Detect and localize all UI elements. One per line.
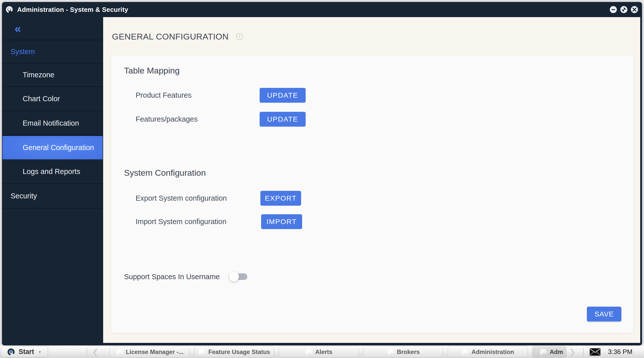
sidebar-item-chart-color[interactable]: Chart Color: [2, 87, 103, 111]
sidebar-item-logs-and-reports[interactable]: Logs and Reports: [2, 160, 103, 184]
sidebar-item-label: General Configuration: [23, 144, 94, 152]
start-label: Start: [19, 348, 34, 356]
update-features-packages-button[interactable]: UPDATE: [260, 112, 306, 127]
scroll-left-icon[interactable]: [92, 347, 99, 357]
sidebar-collapse-row: «: [2, 17, 103, 40]
maximize-icon: [620, 6, 627, 13]
app-logo-icon: [6, 6, 13, 13]
close-icon: [631, 6, 638, 13]
app-window: Administration - System & Security: [2, 2, 642, 345]
sidebar: « System Timezone Chart Color Email Noti…: [2, 17, 103, 345]
scroll-right-icon[interactable]: [569, 347, 576, 357]
app-logo-icon: [305, 348, 312, 355]
section-heading-table-mapping: Table Mapping: [124, 66, 180, 76]
setting-label: Features/packages: [136, 115, 198, 123]
start-logo-icon: [7, 348, 15, 356]
setting-row: Features/packages UPDATE: [111, 112, 633, 127]
toggle-knob: [229, 272, 239, 282]
taskbar-separator: [87, 348, 87, 356]
toggle-label: Support Spaces In Username: [124, 273, 220, 281]
taskbar-item-administration[interactable]: Administration: [448, 346, 528, 357]
taskbar-separator: [583, 348, 584, 356]
taskbar-item-alerts[interactable]: Alerts: [279, 346, 359, 357]
info-icon[interactable]: [236, 33, 243, 40]
section-heading-system-configuration: System Configuration: [124, 168, 206, 178]
sidebar-item-general-configuration-row: General Configuration: [2, 135, 103, 160]
sidebar-item-label: Chart Color: [23, 95, 60, 103]
sidebar-item-system[interactable]: System: [2, 40, 103, 63]
setting-row: Product Features UPDATE: [111, 88, 633, 103]
toggle-row: Support Spaces In Username: [111, 271, 633, 282]
save-button[interactable]: SAVE: [587, 307, 621, 321]
page-header: GENERAL CONFIGURATION: [112, 32, 243, 42]
update-product-features-button[interactable]: UPDATE: [260, 88, 306, 103]
page-title: GENERAL CONFIGURATION: [112, 32, 229, 42]
taskbar-clock: 3:36 PM: [608, 346, 632, 358]
window-title: Administration - System & Security: [17, 6, 128, 14]
task-button-strip: License Manager -... Feature Usage Statu…: [110, 346, 566, 357]
taskbar: Start License Manager -... Feature Usage…: [0, 346, 644, 358]
sidebar-item-security[interactable]: Security: [2, 184, 103, 208]
app-logo-icon: [116, 348, 123, 355]
close-button[interactable]: [631, 6, 638, 13]
sidebar-item-timezone[interactable]: Timezone: [2, 63, 103, 87]
setting-row: Export System configuration EXPORT: [111, 191, 633, 206]
mail-icon[interactable]: [590, 348, 600, 356]
setting-row: Import System configuration IMPORT: [111, 214, 633, 229]
start-button[interactable]: Start: [1, 346, 48, 357]
taskbar-item-label: Feature Usage Status: [208, 348, 270, 355]
taskbar-item-feature-usage-status[interactable]: Feature Usage Status: [194, 346, 274, 357]
taskbar-item-label: Adm: [550, 348, 563, 355]
window-titlebar: Administration - System & Security: [2, 2, 642, 17]
desktop: Administration - System & Security: [0, 0, 644, 358]
sidebar-item-label: System: [11, 48, 35, 56]
sidebar-item-general-configuration[interactable]: General Configuration: [3, 136, 103, 159]
app-logo-icon: [540, 348, 547, 355]
sidebar-item-email-notification[interactable]: Email Notification: [2, 111, 103, 135]
import-system-configuration-button[interactable]: IMPORT: [261, 214, 302, 229]
setting-label: Export System configuration: [136, 194, 227, 202]
setting-label: Import System configuration: [136, 218, 226, 226]
settings-card: Table Mapping Product Features UPDATE Fe…: [111, 55, 633, 333]
taskbar-item-license-manager[interactable]: License Manager -...: [110, 346, 190, 357]
minimize-icon: [610, 6, 617, 13]
taskbar-item-brokers[interactable]: Brokers: [363, 346, 443, 357]
sidebar-item-label: Logs and Reports: [23, 167, 80, 176]
sidebar-collapse-button[interactable]: «: [15, 23, 21, 34]
taskbar-item-label: Alerts: [315, 348, 332, 355]
taskbar-item-administration-active[interactable]: Adm: [532, 346, 566, 357]
sidebar-item-label: Email Notification: [23, 119, 79, 127]
app-logo-icon: [461, 348, 468, 355]
maximize-button[interactable]: [620, 6, 627, 13]
sidebar-item-label: Timezone: [23, 71, 54, 79]
main-content: GENERAL CONFIGURATION Table Mapping Prod…: [103, 17, 640, 343]
taskbar-item-label: License Manager -...: [126, 348, 183, 355]
taskbar-item-label: Administration: [471, 348, 514, 355]
app-logo-icon: [198, 348, 205, 355]
window-controls: [610, 2, 638, 17]
start-caret-icon: [39, 349, 41, 355]
minimize-button[interactable]: [610, 6, 617, 13]
support-spaces-toggle[interactable]: [229, 271, 249, 282]
export-system-configuration-button[interactable]: EXPORT: [260, 191, 301, 206]
app-logo-icon: [387, 348, 394, 355]
sidebar-item-label: Security: [11, 192, 37, 200]
taskbar-item-label: Brokers: [397, 348, 420, 355]
setting-label: Product Features: [136, 91, 191, 99]
